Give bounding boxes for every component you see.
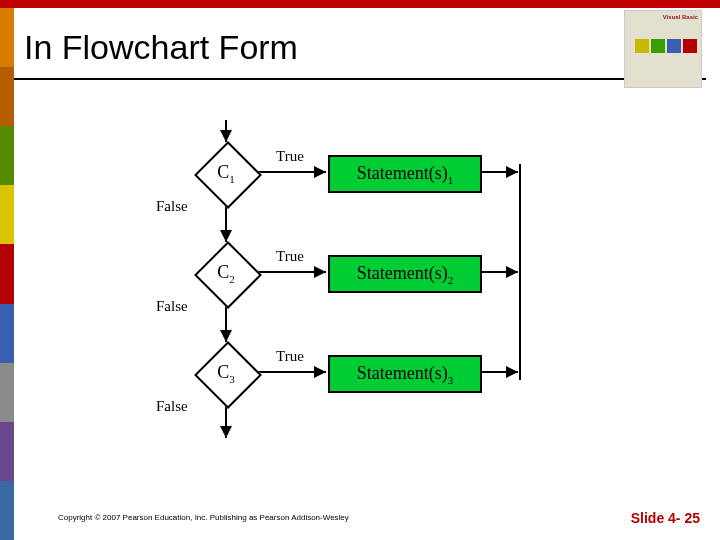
statement-2: Statement(s)2 [328, 255, 482, 293]
statement-1: Statement(s)1 [328, 155, 482, 193]
true-label-3: True [276, 348, 304, 365]
page-title: In Flowchart Form [24, 28, 298, 67]
book-logo: Visual Basic [624, 10, 702, 88]
decision-c2-label: C2 [195, 242, 257, 304]
left-color-spine [0, 8, 14, 540]
statement-3: Statement(s)3 [328, 355, 482, 393]
logo-block [683, 39, 697, 53]
true-label-1: True [276, 148, 304, 165]
stmt-text: Statement(s)3 [357, 363, 453, 386]
book-logo-brand: Visual Basic [663, 14, 698, 20]
decision-c1-label: C1 [195, 142, 257, 204]
flowchart: C1 True False Statement(s)1 C2 True Fals… [120, 120, 600, 480]
logo-block [667, 39, 681, 53]
decision-c2: C2 [195, 242, 257, 304]
cond-text: C1 [217, 162, 235, 185]
false-label-2: False [156, 298, 188, 315]
spine-segment [0, 126, 14, 185]
stmt-text: Statement(s)2 [357, 263, 453, 286]
spine-segment [0, 244, 14, 303]
slide-number: Slide 4- 25 [631, 510, 700, 526]
false-label-3: False [156, 398, 188, 415]
spine-segment [0, 185, 14, 244]
true-label-2: True [276, 248, 304, 265]
spine-segment [0, 422, 14, 481]
decision-c1: C1 [195, 142, 257, 204]
spine-segment [0, 8, 14, 67]
spine-segment [0, 304, 14, 363]
logo-block [635, 39, 649, 53]
top-accent-bar [0, 0, 720, 8]
copyright-text: Copyright © 2007 Pearson Education, Inc.… [58, 513, 349, 522]
spine-segment [0, 363, 14, 422]
spine-segment [0, 481, 14, 540]
decision-c3-label: C3 [195, 342, 257, 404]
merge-line [519, 164, 521, 380]
book-logo-blocks [634, 38, 698, 58]
cond-text: C2 [217, 262, 235, 285]
decision-c3: C3 [195, 342, 257, 404]
logo-block [651, 39, 665, 53]
title-underline [14, 78, 706, 80]
false-label-1: False [156, 198, 188, 215]
spine-segment [0, 67, 14, 126]
cond-text: C3 [217, 362, 235, 385]
stmt-text: Statement(s)1 [357, 163, 453, 186]
